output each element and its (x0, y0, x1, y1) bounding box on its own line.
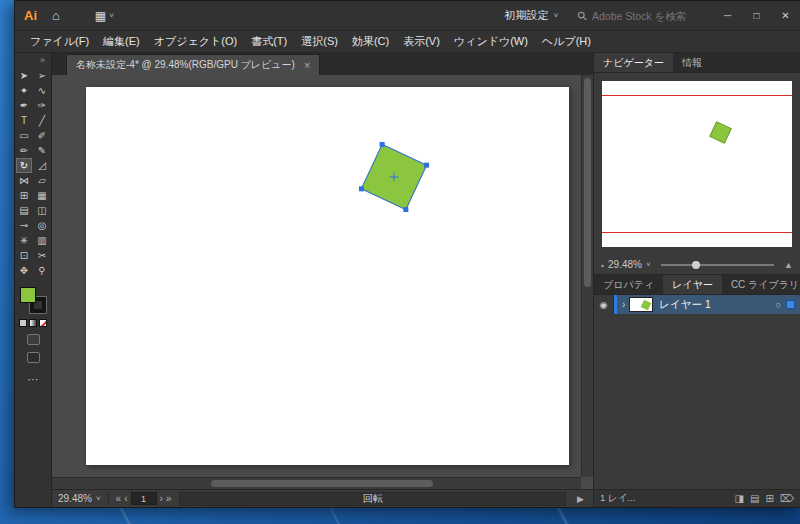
selection-handle[interactable] (380, 142, 385, 147)
menu-help[interactable]: ヘルプ(H) (535, 34, 598, 49)
selection-tool[interactable]: ➤ (16, 68, 32, 83)
vertical-scrollbar-thumb[interactable] (584, 78, 591, 287)
chevron-down-icon[interactable]: ˅ (646, 260, 651, 269)
document-tab[interactable]: 名称未設定-4* @ 29.48%(RGB/GPU プレビュー) × (66, 54, 320, 75)
tab-layers[interactable]: レイヤー (663, 275, 722, 294)
perspective-grid-tool[interactable]: ▦ (34, 188, 50, 203)
navigator-proxy-view[interactable] (602, 95, 792, 233)
horizontal-scrollbar[interactable] (52, 477, 581, 489)
type-tool[interactable]: T (16, 113, 32, 128)
new-sublayer-icon[interactable]: ▤ (750, 493, 759, 504)
menu-type[interactable]: 書式(T) (244, 34, 294, 49)
toolbar-collapse-icon[interactable]: » (40, 55, 51, 67)
color-button[interactable] (19, 319, 27, 327)
layer-name[interactable]: レイヤー 1 (653, 298, 711, 312)
slice-tool[interactable]: ✂ (34, 248, 50, 263)
menu-object[interactable]: オブジェクト(O) (147, 34, 244, 49)
zoom-control[interactable]: 29.48% ˅ (58, 493, 101, 504)
drawing-mode-button[interactable] (27, 334, 40, 345)
selection-color-chip[interactable] (786, 300, 795, 309)
close-tab-icon[interactable]: × (304, 59, 310, 71)
navigator-zoom-value[interactable]: 29.48% (608, 259, 642, 270)
canvas[interactable] (52, 75, 593, 489)
vertical-scrollbar[interactable] (581, 75, 593, 477)
screen-mode-button[interactable] (27, 352, 40, 363)
tab-cc-libraries[interactable]: CC ライブラリ (722, 275, 800, 294)
menu-file[interactable]: ファイル(F) (23, 34, 96, 49)
rotate-tool[interactable]: ↻ (16, 158, 32, 173)
artboard-navigation: « ‹ 1 › » (116, 492, 172, 505)
mesh-tool[interactable]: ▤ (16, 203, 32, 218)
zoom-tool[interactable]: ⚲ (34, 263, 50, 278)
workspace-switcher[interactable]: 初期設定 ˅ (495, 8, 569, 23)
maximize-button[interactable]: □ (742, 1, 771, 31)
next-artboard-button[interactable]: › (160, 493, 163, 504)
close-button[interactable]: ✕ (771, 1, 800, 31)
make-clipping-mask-icon[interactable]: ◨ (735, 493, 744, 504)
column-graph-tool[interactable]: ▥ (34, 233, 50, 248)
free-transform-tool[interactable]: ▱ (34, 173, 50, 188)
horizontal-scrollbar-thumb[interactable] (211, 480, 433, 487)
selection-handle[interactable] (403, 207, 408, 212)
arrange-documents-button[interactable]: ▦ ˅ (89, 9, 120, 23)
chevron-down-icon: ˅ (109, 11, 114, 20)
pen-tool[interactable]: ✒ (16, 98, 32, 113)
selection-handle[interactable] (359, 186, 364, 191)
tool-grid: ➤➢✦∿✒✑T╱▭✐✏✎↻◿⋈▱⊞▦▤◫⊸◎✳▥⊡✂✥⚲ (16, 68, 50, 278)
last-artboard-button[interactable]: » (166, 493, 172, 504)
artboard-number-field[interactable]: 1 (131, 492, 157, 505)
expand-chevron-icon[interactable]: › (617, 299, 629, 310)
menu-edit[interactable]: 編集(E) (96, 34, 147, 49)
pencil-tool[interactable]: ✏ (16, 143, 32, 158)
minimize-button[interactable]: ─ (713, 1, 742, 31)
hand-tool[interactable]: ✥ (16, 263, 32, 278)
artboard-tool[interactable]: ⊡ (16, 248, 32, 263)
selection-handle[interactable] (424, 163, 429, 168)
target-circle-icon[interactable]: ○ (776, 300, 781, 310)
first-artboard-button[interactable]: « (116, 493, 122, 504)
toolbar-more-icon[interactable]: ⋯ (28, 373, 39, 386)
navigator-zoom-row: ▴ 29.48% ˅ ▲ (594, 255, 800, 275)
home-icon[interactable]: ⌂ (45, 8, 67, 23)
fill-swatch[interactable] (20, 287, 36, 303)
panel-tab-row: プロパティレイヤーCC ライブラリ (594, 275, 800, 295)
menu-window[interactable]: ウィンドウ(W) (447, 34, 535, 49)
shaper-tool[interactable]: ✎ (34, 143, 50, 158)
layer-row[interactable]: ◉ › レイヤー 1 ○ (594, 295, 800, 314)
search-input[interactable] (592, 10, 697, 22)
gradient-tool[interactable]: ◫ (34, 203, 50, 218)
curvature-tool[interactable]: ✑ (34, 98, 50, 113)
new-layer-icon[interactable]: ⊞ (765, 493, 773, 504)
paintbrush-tool[interactable]: ✐ (34, 128, 50, 143)
direct-selection-tool[interactable]: ➢ (34, 68, 50, 83)
visibility-eye-icon[interactable]: ◉ (594, 295, 614, 314)
delete-layer-icon[interactable]: ⌦ (780, 493, 794, 504)
blend-tool[interactable]: ◎ (34, 218, 50, 233)
shape-builder-tool[interactable]: ⊞ (16, 188, 32, 203)
menu-view[interactable]: 表示(V) (396, 34, 447, 49)
zoom-in-icon[interactable]: ▲ (784, 260, 793, 270)
none-button[interactable] (39, 319, 47, 327)
width-tool[interactable]: ⋈ (16, 173, 32, 188)
eyedropper-tool[interactable]: ⊸ (16, 218, 32, 233)
magic-wand-tool[interactable]: ✦ (16, 83, 32, 98)
line-segment-tool[interactable]: ╱ (34, 113, 50, 128)
navigator-preview[interactable] (602, 81, 792, 247)
scale-tool[interactable]: ◿ (34, 158, 50, 173)
zoom-out-icon[interactable]: ▴ (601, 261, 604, 268)
tab-info[interactable]: 情報 (673, 53, 711, 72)
tab-properties[interactable]: プロパティ (594, 275, 663, 294)
stock-search[interactable]: ⚲ (568, 9, 707, 23)
zoom-slider-thumb[interactable] (692, 261, 700, 269)
previous-artboard-button[interactable]: ‹ (124, 493, 127, 504)
tab-navigator[interactable]: ナビゲーター (594, 53, 673, 72)
zoom-slider[interactable] (661, 264, 774, 266)
menu-effect[interactable]: 効果(C) (345, 34, 396, 49)
gradient-button[interactable] (29, 319, 37, 327)
status-display-menu-icon[interactable]: ▶ (574, 494, 587, 504)
rectangle-tool[interactable]: ▭ (16, 128, 32, 143)
layer-thumbnail[interactable] (629, 297, 653, 312)
lasso-tool[interactable]: ∿ (34, 83, 50, 98)
menu-select[interactable]: 選択(S) (294, 34, 345, 49)
symbol-sprayer-tool[interactable]: ✳ (16, 233, 32, 248)
